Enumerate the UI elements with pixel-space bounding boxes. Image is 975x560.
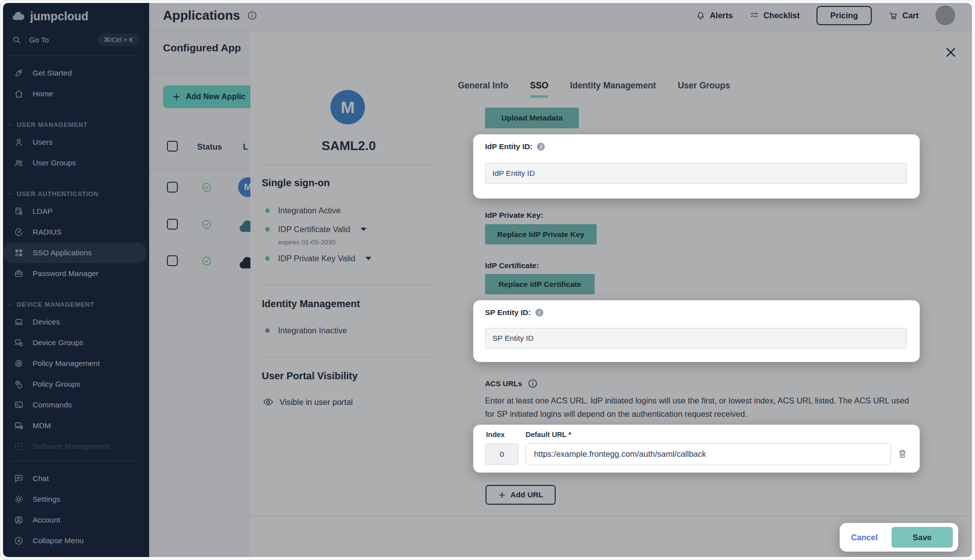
- info-icon[interactable]: [528, 378, 538, 389]
- sidebar-item-label: Commands: [33, 400, 72, 409]
- integration-status-label: Integration Active: [278, 206, 341, 215]
- sidebar-section-user-management[interactable]: USER MANAGEMENT: [0, 117, 149, 132]
- idp-entity-id-input[interactable]: [485, 163, 907, 184]
- go-to-search[interactable]: Go To ⌘/Ctrl + K: [7, 31, 142, 48]
- sidebar-item-ldap[interactable]: LDAP: [0, 201, 149, 222]
- status-check-icon: [201, 255, 212, 267]
- plus-icon: [172, 92, 181, 101]
- sidebar-item-settings[interactable]: Settings: [0, 489, 149, 510]
- laptop-icon: [14, 317, 24, 327]
- app-screen: jumpcloud Go To ⌘/Ctrl + K Get Started H…: [0, 0, 975, 560]
- sidebar-item-user-groups[interactable]: User Groups: [0, 153, 149, 173]
- section-title: Configured App: [163, 42, 241, 54]
- app-avatar: M: [330, 90, 365, 124]
- sidebar-item-label: Chat: [33, 474, 49, 483]
- idp-private-key-status-label: IDP Private Key Valid: [278, 254, 355, 263]
- green-dot-icon: [265, 227, 270, 232]
- sidebar-item-radius[interactable]: RADIUS: [0, 222, 149, 242]
- replace-idp-certificate-button[interactable]: Replace IdP Certificate: [485, 274, 595, 294]
- tab-sso[interactable]: SSO: [530, 80, 548, 98]
- add-url-label: Add URL: [510, 490, 543, 499]
- user-avatar[interactable]: [935, 5, 955, 25]
- sidebar-section-title: USER MANAGEMENT: [17, 121, 87, 128]
- select-all-checkbox[interactable]: [167, 141, 178, 152]
- cancel-button[interactable]: Cancel: [840, 533, 889, 542]
- acs-index-input[interactable]: [485, 443, 519, 465]
- target-icon: [14, 359, 24, 368]
- sidebar-item-policy-groups[interactable]: Policy Groups: [0, 374, 149, 395]
- info-icon[interactable]: [247, 10, 257, 21]
- cart-icon: [889, 11, 898, 20]
- pricing-button[interactable]: Pricing: [816, 6, 872, 25]
- replace-idp-private-key-button[interactable]: Replace IdP Private Key: [485, 224, 597, 244]
- info-icon[interactable]: i: [537, 143, 545, 151]
- sidebar: jumpcloud Go To ⌘/Ctrl + K Get Started H…: [0, 0, 149, 560]
- sp-entity-id-input[interactable]: [485, 328, 907, 349]
- policy-group-icon: [14, 379, 24, 389]
- sidebar-section-device-management[interactable]: DEVICE MANAGEMENT: [0, 297, 149, 312]
- footer-actions-card: Cancel Save: [840, 523, 958, 552]
- sidebar-item-commands[interactable]: Commands: [0, 395, 149, 415]
- upload-metadata-button[interactable]: Upload Metadata: [485, 108, 579, 128]
- info-icon[interactable]: i: [535, 309, 543, 317]
- idp-certificate-status-label: IDP Certificate Valid: [278, 225, 350, 234]
- sidebar-section-user-authentication[interactable]: USER AUTHENTICATION: [0, 186, 149, 201]
- jumpcloud-logo[interactable]: jumpcloud: [0, 0, 149, 24]
- tab-identity-management[interactable]: Identity Management: [570, 80, 656, 98]
- sidebar-item-get-started[interactable]: Get Started: [0, 63, 149, 83]
- chevron-down-icon: [8, 122, 13, 127]
- cart-button[interactable]: Cart: [889, 11, 919, 20]
- sidebar-item-collapse-menu[interactable]: Collapse Menu: [0, 530, 149, 551]
- search-icon: [12, 35, 21, 44]
- checklist-button[interactable]: Checklist: [750, 11, 800, 20]
- sidebar-item-label: Password Manager: [33, 269, 99, 278]
- row-checkbox[interactable]: [167, 255, 178, 266]
- sidebar-item-account[interactable]: Account: [0, 510, 149, 530]
- sidebar-item-label: Software Management: [33, 442, 110, 451]
- app-name: SAML2.0: [262, 138, 436, 154]
- idp-certificate-status[interactable]: IDP Certificate Valid: [265, 225, 366, 234]
- acs-url-input[interactable]: [526, 443, 891, 465]
- tab-general-info[interactable]: General Info: [458, 80, 508, 98]
- divider: [262, 284, 436, 285]
- go-to-label: Go To: [29, 36, 49, 44]
- tab-user-groups[interactable]: User Groups: [678, 80, 730, 98]
- sidebar-item-label: Policy Management: [33, 359, 100, 368]
- portal-visibility-label: Visible in user portal: [280, 398, 353, 407]
- sidebar-item-sso-applications[interactable]: SSO Applications: [3, 242, 147, 263]
- sidebar-item-device-groups[interactable]: Device Groups: [0, 332, 149, 353]
- sidebar-item-password-manager[interactable]: Password Manager: [0, 263, 149, 284]
- idp-private-key-label: IdP Private Key:: [485, 211, 543, 220]
- add-url-button[interactable]: Add URL: [486, 485, 556, 505]
- acs-urls-label: ACS URLs: [485, 379, 522, 388]
- page-title: Applications: [163, 8, 240, 23]
- sidebar-item-users[interactable]: Users: [0, 132, 149, 153]
- idp-private-key-status[interactable]: IDP Private Key Valid: [265, 254, 371, 263]
- row-checkbox[interactable]: [167, 219, 178, 230]
- alerts-button[interactable]: Alerts: [696, 11, 733, 20]
- idm-integration-status-label: Integration Inactive: [278, 326, 347, 335]
- acs-urls-description: Enter at least one ACS URL. IdP initiate…: [485, 394, 920, 421]
- trash-icon[interactable]: [897, 448, 908, 459]
- sidebar-item-software-management[interactable]: Software Management: [0, 436, 149, 457]
- footer-divider: [250, 516, 975, 517]
- idp-entity-id-label: IdP Entity ID:: [485, 142, 532, 151]
- sidebar-item-label: Get Started: [33, 69, 72, 78]
- column-header-status: Status: [197, 142, 222, 152]
- checklist-label: Checklist: [764, 11, 800, 20]
- user-group-icon: [14, 158, 24, 168]
- sidebar-item-chat[interactable]: Chat: [0, 468, 149, 489]
- sidebar-item-devices[interactable]: Devices: [0, 312, 149, 332]
- close-icon[interactable]: [944, 46, 957, 59]
- save-button[interactable]: Save: [892, 527, 953, 548]
- row-checkbox[interactable]: [167, 182, 178, 193]
- top-header: Applications Alerts Checklist Pricing Ca…: [149, 0, 975, 31]
- sidebar-item-home[interactable]: Home: [0, 83, 149, 104]
- certificate-expiry: expires 01-05-2030: [278, 239, 335, 246]
- sidebar-item-mdm[interactable]: MDM: [0, 415, 149, 436]
- sidebar-item-label: Home: [33, 89, 53, 98]
- sidebar-section-title: DEVICE MANAGEMENT: [17, 301, 94, 308]
- divider: [10, 55, 139, 56]
- briefcase-icon: [14, 269, 24, 279]
- sidebar-item-policy-management[interactable]: Policy Management: [0, 353, 149, 374]
